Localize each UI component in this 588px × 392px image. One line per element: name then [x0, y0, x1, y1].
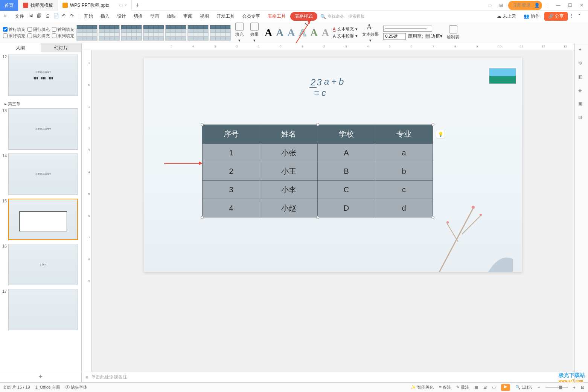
maximize-button[interactable]: ☐: [566, 1, 574, 9]
table-header[interactable]: 专业: [375, 125, 433, 144]
notes-area[interactable]: ≡单击此处添加备注: [82, 372, 574, 382]
tab-docsite[interactable]: 找稻壳模板: [18, 0, 58, 11]
style-icon[interactable]: ◧: [578, 74, 585, 81]
more-icon[interactable]: ⋮: [569, 13, 576, 20]
table-style-thumb[interactable]: [76, 25, 97, 41]
menu-review[interactable]: 审阅: [180, 12, 195, 21]
settings-icon[interactable]: ⚙: [578, 61, 585, 67]
text-fill-button[interactable]: A̲ 文本填充 ▾: [333, 26, 358, 32]
menu-design[interactable]: 设计: [114, 12, 129, 21]
comments-toggle[interactable]: ✎ 批注: [456, 384, 469, 390]
table-cell[interactable]: b: [375, 162, 433, 181]
chk-firstcol[interactable]: 首列填充: [52, 27, 74, 32]
view-normal-icon[interactable]: ▦: [474, 385, 478, 390]
chk-lastcol[interactable]: 末列填充: [52, 33, 74, 39]
table-style-thumb[interactable]: [121, 25, 142, 41]
notes-toggle[interactable]: ≡ 备注: [439, 384, 451, 390]
table-cell[interactable]: B: [318, 162, 375, 181]
coop-button[interactable]: 👥 协作: [521, 12, 542, 21]
interact-icon[interactable]: ◈: [578, 88, 585, 94]
zoom-in-button[interactable]: +: [573, 385, 576, 390]
chapter-label[interactable]: ▸ 第三章: [2, 100, 80, 108]
chk-firstrow[interactable]: 首行填充: [3, 27, 25, 32]
menu-slideshow[interactable]: 放映: [164, 12, 179, 21]
border-button[interactable]: ▦ 边框▾: [425, 33, 442, 40]
thumbnail-list[interactable]: 12这里是示例PPT▮▮▮▮▮▮▮▮▮ ▸ 第三章 13这里是示例PPT 14这…: [0, 52, 81, 371]
wordart-gallery[interactable]: A A A A A A: [263, 27, 331, 39]
menu-view[interactable]: 视图: [197, 12, 212, 21]
table-style-gallery[interactable]: [76, 25, 231, 41]
thumb-13[interactable]: 13这里是示例PPT: [2, 108, 80, 150]
effect-button[interactable]: 效果▾: [248, 23, 261, 43]
line-style-select[interactable]: [383, 26, 432, 32]
table-row[interactable]: 1小张Aa: [203, 144, 433, 162]
table-header[interactable]: 序号: [203, 125, 260, 144]
menu-insert[interactable]: 插入: [97, 12, 113, 21]
thumb-17[interactable]: 17: [2, 289, 80, 330]
new-tab-button[interactable]: +: [132, 2, 143, 9]
slide-image[interactable]: [489, 68, 516, 84]
table-style-thumb[interactable]: [165, 25, 186, 41]
chk-altcol[interactable]: 隔列填充: [27, 33, 50, 39]
menu-member[interactable]: 会员专享: [239, 12, 263, 21]
sparkle-icon[interactable]: ✦: [578, 47, 585, 54]
tab-file[interactable]: WPS PPT教程.pptx▭ ×: [58, 0, 132, 11]
more-panel-icon[interactable]: ⊡: [578, 115, 585, 122]
table-cell[interactable]: A: [318, 144, 375, 162]
missing-font[interactable]: Ⓣ 缺失字体: [66, 384, 87, 390]
table-row[interactable]: 4小赵Dd: [203, 199, 433, 217]
tab-menu-icon[interactable]: ▭ ×: [119, 3, 127, 8]
wordart-style-3[interactable]: A: [286, 27, 296, 39]
menu-start[interactable]: 开始: [81, 12, 96, 21]
grid-icon[interactable]: ⊞: [497, 1, 505, 9]
fill-button[interactable]: 填充▾: [233, 23, 246, 43]
wordart-style-1[interactable]: A: [263, 27, 274, 39]
menu-file[interactable]: 文件: [12, 12, 27, 21]
table-row[interactable]: 2小王Bb: [203, 162, 433, 181]
zoom-label[interactable]: 🔍 121%: [515, 385, 532, 390]
table-cell[interactable]: 3: [203, 181, 260, 199]
horizontal-ruler[interactable]: 54321012345678910111213: [82, 43, 574, 50]
preview-icon[interactable]: 📄: [53, 13, 60, 20]
wordart-style-5[interactable]: A: [309, 27, 319, 39]
cloud-status[interactable]: ☁ 未上云: [494, 12, 519, 21]
tab-slides[interactable]: 幻灯片: [41, 43, 81, 52]
thumb-14[interactable]: 14这里是示例PPT: [2, 153, 80, 195]
table-cell[interactable]: 2: [203, 162, 260, 181]
text-outline-button[interactable]: A 文本轮廓 ▾: [333, 33, 358, 39]
tab-outline[interactable]: 大纲: [0, 43, 41, 52]
menu-devtools[interactable]: 开发工具: [213, 12, 238, 21]
zoom-slider[interactable]: [545, 387, 568, 388]
table-cell[interactable]: a: [375, 144, 433, 162]
smart-tag-icon[interactable]: 💡: [436, 130, 445, 139]
table-row[interactable]: 3小李Cc: [203, 181, 433, 199]
slide-viewport[interactable]: 23 a + b = c 💡 序号姓名学校专业 1小张Aa2小王Bb3小李Cc4…: [91, 50, 574, 372]
chk-altrow[interactable]: 隔行填充: [27, 27, 50, 32]
command-search[interactable]: 🔍 查找命令、搜索模板: [320, 14, 377, 19]
chk-lastrow[interactable]: 末行填充: [3, 33, 25, 39]
text-effect-button[interactable]: A文本效果▾: [360, 23, 381, 43]
menu-tabletools[interactable]: 表格工具: [265, 12, 289, 21]
slide-counter[interactable]: 幻灯片 15 / 19: [4, 384, 30, 390]
close-button[interactable]: ✕: [577, 1, 586, 9]
table-header[interactable]: 学校: [318, 125, 375, 144]
thumb-16[interactable]: 16∑ ∫ f(x): [2, 244, 80, 285]
table-cell[interactable]: 小赵: [260, 199, 318, 217]
table-style-thumb[interactable]: [187, 25, 209, 41]
data-table[interactable]: 序号姓名学校专业 1小张Aa2小王Bb3小李Cc4小赵Dd: [202, 125, 433, 217]
table-wrap[interactable]: 💡 序号姓名学校专业 1小张Aa2小王Bb3小李Cc4小赵Dd: [202, 125, 433, 217]
smart-beautify[interactable]: ✨ 智能美化: [411, 384, 434, 390]
view-sorter-icon[interactable]: ⊞: [483, 385, 487, 390]
table-header[interactable]: 姓名: [260, 125, 318, 144]
table-cell[interactable]: D: [318, 199, 375, 217]
fit-button[interactable]: ⊡: [581, 385, 584, 390]
thumb-12[interactable]: 12这里是示例PPT▮▮▮▮▮▮▮▮▮: [2, 55, 80, 96]
redo-icon[interactable]: ↷: [70, 13, 77, 20]
save-icon[interactable]: 🖫: [29, 13, 35, 20]
vertical-ruler[interactable]: 10123456789: [82, 50, 91, 372]
thumb-15[interactable]: 15: [2, 199, 80, 240]
minimize-button[interactable]: —: [554, 1, 563, 9]
menu-animation[interactable]: 动画: [147, 12, 162, 21]
wordart-style-6[interactable]: A: [320, 27, 331, 39]
theme-label[interactable]: 1_Office 主题: [35, 384, 60, 390]
